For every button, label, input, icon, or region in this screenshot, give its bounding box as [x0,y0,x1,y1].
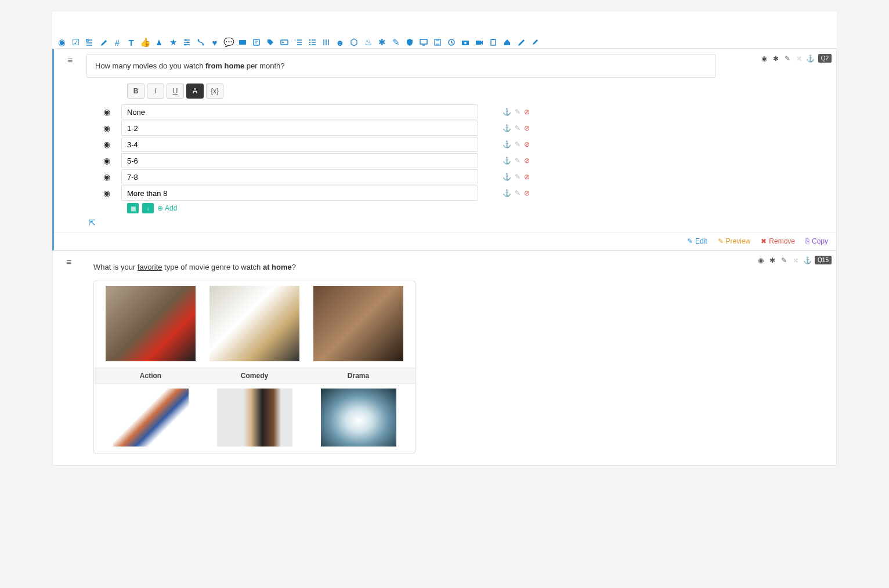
bgcolor-button[interactable]: A [186,84,204,99]
list-icon[interactable] [85,38,94,47]
option-edit-icon[interactable]: ✎ [515,140,521,148]
radio-type-icon[interactable]: ◉ [760,55,768,63]
radio-type-icon[interactable]: ◉ [757,256,765,264]
bold-button[interactable]: B [127,84,144,99]
smile-icon[interactable]: ☻ [335,38,345,47]
option-anchor-icon[interactable]: ⚓ [503,173,511,181]
clock-icon[interactable] [447,38,456,47]
option-row: ◉ ⚓ ✎ ⊘ [86,153,832,168]
option-delete-icon[interactable]: ⊘ [524,124,530,132]
paste-options-button[interactable]: ▦ [127,203,139,213]
route-icon[interactable] [196,38,205,47]
import-options-button[interactable]: ↓ [142,203,154,213]
format-toolbar: B I U A {x} [127,84,832,99]
genre-image-family[interactable] [113,389,189,447]
tag-icon[interactable] [266,38,275,47]
list-ol-icon[interactable]: 1 [294,38,303,47]
option-delete-icon[interactable]: ⊘ [524,173,530,181]
option-delete-icon[interactable]: ⊘ [524,189,530,197]
option-anchor-icon[interactable]: ⚓ [503,157,511,165]
sliders-icon[interactable] [182,38,191,47]
option-edit-icon[interactable]: ✎ [515,108,521,116]
cube-icon[interactable] [349,38,359,47]
add-option-link[interactable]: ⊕ Add [157,204,177,212]
dropper-icon[interactable] [99,38,108,47]
edit-button[interactable]: ✎ Edit [687,237,707,245]
svg-point-8 [282,42,284,43]
shuffle-icon[interactable]: ⤭ [792,256,800,264]
comment-icon[interactable]: 💬 [224,38,233,47]
option-anchor-icon[interactable]: ⚓ [503,124,511,132]
question-text[interactable]: What is your favorite type of movie genr… [93,263,707,271]
option-input[interactable] [121,137,478,152]
option-delete-icon[interactable]: ⊘ [524,140,530,148]
genre-image-scifi[interactable] [321,389,396,447]
drag-handle[interactable]: ≡ [54,49,86,232]
option-edit-icon[interactable]: ✎ [515,124,521,132]
money-icon[interactable] [154,38,164,47]
anchor-icon[interactable]: ⚓ [803,256,811,264]
remove-button[interactable]: ✖ Remove [761,237,795,245]
wand-icon[interactable]: ✎ [780,256,788,264]
star-icon[interactable]: ★ [168,38,178,47]
question-text-input[interactable]: How many movies do you watch from home p… [86,54,715,78]
genre-image-action[interactable] [106,286,196,361]
asterisk-icon[interactable]: ✱ [377,38,386,47]
preview-button[interactable]: ✎ Preview [718,237,751,245]
paint-icon[interactable] [516,38,526,47]
note-icon[interactable] [252,38,261,47]
copy-button[interactable]: ⎘ Copy [805,237,828,245]
option-input[interactable] [121,104,478,119]
list-ul-icon[interactable] [308,38,317,47]
hourglass-icon[interactable] [433,38,442,47]
grid-icon[interactable]: # [113,38,122,47]
expand-icon[interactable]: ⇱ [89,218,832,227]
option-input[interactable] [121,121,478,136]
question-text-bold: from home [205,61,244,70]
required-icon[interactable]: ✱ [772,55,780,63]
heart-icon[interactable]: ♥ [210,38,219,47]
video-icon[interactable] [475,38,484,47]
q15-pre: What is your [93,263,138,271]
card-icon[interactable] [238,38,247,47]
drag-handle[interactable]: ≡ [53,251,85,465]
checkbox-icon[interactable]: ☑ [71,38,80,47]
option-radio-icon: ◉ [98,124,115,133]
genre-image-drama[interactable] [313,286,403,361]
option-delete-icon[interactable]: ⊘ [524,108,530,116]
genre-image-horror[interactable] [217,389,292,447]
plus-icon: ⊕ [157,204,163,212]
option-anchor-icon[interactable]: ⚓ [503,140,511,148]
option-input[interactable] [121,169,478,184]
camera-icon[interactable] [461,38,470,47]
pencil-icon[interactable]: ✎ [391,38,400,47]
columns-icon[interactable] [321,38,331,47]
option-input[interactable] [121,153,478,168]
option-anchor-icon[interactable]: ⚓ [503,189,511,197]
italic-button[interactable]: I [147,84,164,99]
wand-icon[interactable]: ✎ [783,55,792,63]
option-edit-icon[interactable]: ✎ [515,189,521,197]
shield-icon[interactable] [405,38,414,47]
brush-icon[interactable] [530,38,540,47]
desktop-icon[interactable] [419,38,428,47]
option-anchor-icon[interactable]: ⚓ [503,108,511,116]
radio-icon[interactable]: ◉ [57,38,66,47]
thumbs-up-icon[interactable]: 👍 [140,38,150,47]
option-delete-icon[interactable]: ⊘ [524,157,530,165]
option-actions: ⚓ ✎ ⊘ [503,173,530,181]
text-icon[interactable]: T [127,38,136,47]
id-icon[interactable] [280,38,289,47]
clipboard-icon[interactable] [489,38,498,47]
shuffle-icon[interactable]: ⤭ [795,55,803,63]
variable-button[interactable]: {x} [206,84,223,99]
required-icon[interactable]: ✱ [768,256,776,264]
underline-button[interactable]: U [167,84,184,99]
home-icon[interactable] [503,38,512,47]
fire-icon[interactable]: ♨ [363,38,373,47]
option-input[interactable] [121,186,478,201]
option-edit-icon[interactable]: ✎ [515,157,521,165]
anchor-icon[interactable]: ⚓ [807,55,815,63]
genre-image-comedy[interactable] [209,286,299,361]
option-edit-icon[interactable]: ✎ [515,173,521,181]
